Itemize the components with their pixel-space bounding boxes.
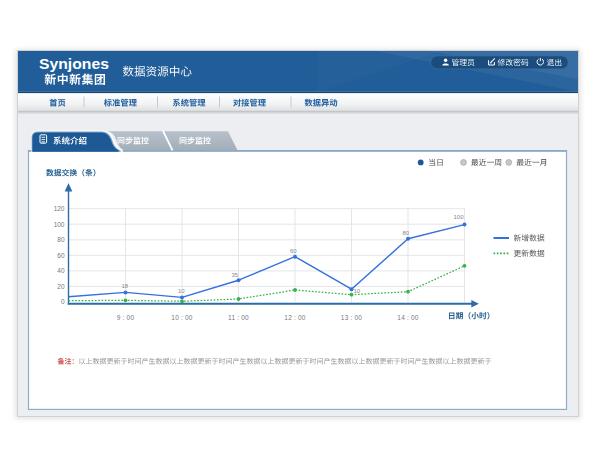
svg-text:80: 80 (403, 230, 410, 236)
svg-text:Synjones: Synjones (39, 56, 109, 72)
svg-text:10: 10 (354, 288, 361, 294)
svg-text:0: 0 (61, 298, 65, 305)
svg-text:12 : 00: 12 : 00 (284, 314, 305, 321)
svg-text:100: 100 (454, 214, 465, 220)
svg-text:13 : 00: 13 : 00 (341, 314, 362, 321)
svg-text:10 : 00: 10 : 00 (171, 314, 192, 321)
svg-text:35: 35 (232, 272, 239, 278)
svg-text:10: 10 (178, 288, 185, 294)
svg-text:11 : 00: 11 : 00 (228, 314, 249, 321)
svg-text:100: 100 (54, 221, 65, 228)
svg-text:120: 120 (54, 205, 65, 212)
svg-text:9 : 00: 9 : 00 (117, 314, 135, 321)
svg-text:18: 18 (122, 283, 129, 289)
svg-text:14 : 00: 14 : 00 (397, 314, 418, 321)
svg-text:20: 20 (57, 283, 65, 290)
svg-text:60: 60 (57, 252, 65, 259)
svg-text:40: 40 (57, 267, 65, 274)
svg-text:60: 60 (290, 248, 297, 254)
svg-text:80: 80 (57, 236, 65, 243)
